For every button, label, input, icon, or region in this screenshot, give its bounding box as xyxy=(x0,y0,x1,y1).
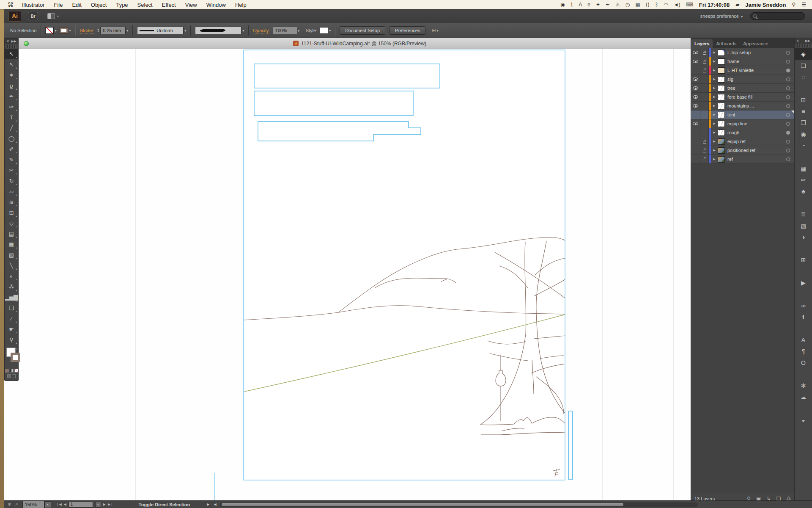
notification-center-icon[interactable]: ☰ xyxy=(801,2,806,8)
visibility-toggle[interactable] xyxy=(691,75,700,83)
layer-row[interactable]: ▶ L-HT viniette xyxy=(691,66,794,75)
layer-name[interactable]: L-HT viniette xyxy=(727,68,786,73)
battery-icon[interactable]: ▰ xyxy=(735,2,739,8)
dock-panel-icon[interactable]: ∞ xyxy=(795,300,812,311)
dock-panel-icon[interactable]: ≣ xyxy=(795,208,812,220)
status-icon[interactable]: e xyxy=(587,2,590,8)
preferences-button[interactable]: Preferences xyxy=(390,26,425,35)
document-setup-button[interactable]: Document Setup xyxy=(340,26,385,35)
menu-item[interactable]: Edit xyxy=(72,2,81,8)
fill-color-swatch[interactable] xyxy=(45,27,54,34)
status-icon[interactable]: ◄) xyxy=(674,2,680,8)
status-icon[interactable]: A xyxy=(579,2,582,8)
expand-arrow-icon[interactable]: ▶ xyxy=(711,157,718,161)
style-swatch[interactable] xyxy=(320,27,328,34)
lock-toggle[interactable] xyxy=(700,128,709,137)
lock-toggle[interactable] xyxy=(700,137,709,146)
search-input[interactable] xyxy=(750,12,805,20)
status-icon[interactable]: ◠ xyxy=(664,2,668,8)
target-circle[interactable] xyxy=(786,131,790,135)
menu-item[interactable]: Object xyxy=(91,2,107,8)
status-icon[interactable]: ◷ xyxy=(625,2,630,8)
expand-arrow-icon[interactable]: ▶ xyxy=(711,122,718,125)
previous-artboard-button[interactable]: ◀ xyxy=(64,502,66,506)
tool-button[interactable]: ∕ xyxy=(5,313,18,324)
lock-toggle[interactable] xyxy=(700,57,709,66)
target-circle[interactable] xyxy=(786,86,790,90)
layer-thumbnail[interactable] xyxy=(718,138,725,145)
tool-button[interactable]: ϱ xyxy=(5,80,18,91)
layer-thumbnail[interactable] xyxy=(718,130,725,136)
visibility-toggle[interactable] xyxy=(691,155,700,163)
tool-button[interactable]: ▂▅▇ xyxy=(5,292,18,303)
dock-panel-icon[interactable]: ≡ xyxy=(795,105,812,117)
tool-button[interactable]: ↖ xyxy=(5,49,18,59)
dock-panel-icon[interactable] xyxy=(795,151,812,163)
dock-panel-icon[interactable]: O xyxy=(795,357,812,368)
dock-panel-icon[interactable]: ℹ xyxy=(795,311,812,323)
target-circle[interactable] xyxy=(786,69,790,72)
dock-panel-icon[interactable]: ♣ xyxy=(795,185,812,197)
target-circle[interactable] xyxy=(786,60,790,64)
layer-row[interactable]: ▶ rough xyxy=(691,128,794,137)
status-icon[interactable]: ✒ xyxy=(606,2,610,8)
layer-row[interactable]: ▶ equip ref xyxy=(691,137,794,146)
layer-row[interactable]: ▶ sig xyxy=(691,75,794,84)
layer-name[interactable]: L-top setup xyxy=(727,50,786,55)
layer-thumbnail[interactable] xyxy=(718,112,725,118)
screen-mode-button[interactable] xyxy=(12,374,16,378)
tool-button[interactable]: ▱ xyxy=(5,186,18,197)
dock-panel-icon[interactable]: ◔ xyxy=(795,140,812,151)
tool-button[interactable]: ╲ xyxy=(5,260,18,271)
dock-header[interactable]: ✕▶▶ xyxy=(795,38,812,44)
layer-name[interactable]: tent xyxy=(727,112,786,117)
status-prev-icon[interactable]: ◀ xyxy=(214,502,216,506)
menu-item[interactable]: Illustrator xyxy=(22,2,44,8)
tool-button[interactable]: ✂ xyxy=(5,165,18,176)
lock-toggle[interactable] xyxy=(700,93,709,101)
menu-item[interactable]: Select xyxy=(137,2,153,8)
expand-arrow-icon[interactable]: ▶ xyxy=(711,95,718,99)
menu-item[interactable]: File xyxy=(54,2,63,8)
tools-panel-header[interactable]: ✕▶▶ xyxy=(5,39,18,44)
lock-toggle[interactable] xyxy=(700,84,709,92)
layer-row[interactable]: ▶ mountains ... xyxy=(691,102,794,110)
tool-button[interactable]: ✶ xyxy=(5,70,18,80)
bridge-button[interactable]: Br xyxy=(28,12,38,20)
spotlight-icon[interactable]: ⚲ xyxy=(792,2,796,8)
variable-width-profile[interactable]: Uniform xyxy=(137,27,184,34)
target-circle[interactable] xyxy=(786,51,790,55)
status-next-icon[interactable]: ▶ xyxy=(207,502,209,506)
expand-arrow-icon[interactable]: ▶ xyxy=(711,51,718,54)
status-icon[interactable]: ⟨⟩ xyxy=(646,2,650,8)
target-circle[interactable] xyxy=(786,104,790,108)
stroke-weight-field[interactable]: 0.25 mm xyxy=(100,27,126,34)
dock-panel-icon[interactable] xyxy=(795,265,812,277)
tool-button[interactable]: ◯ xyxy=(5,133,18,144)
expand-arrow-icon[interactable]: ▶ xyxy=(711,104,718,108)
layer-thumbnail[interactable] xyxy=(718,94,725,100)
layer-row[interactable]: ▶ positioned ref xyxy=(691,146,794,155)
scrollbar-thumb[interactable] xyxy=(222,503,623,506)
dock-panel-icon[interactable] xyxy=(795,83,812,94)
layer-name[interactable]: positioned ref xyxy=(727,148,786,153)
tool-button[interactable]: ◐ xyxy=(5,271,18,282)
lock-toggle[interactable] xyxy=(700,66,709,75)
tool-button[interactable]: ✑ xyxy=(5,102,18,112)
layer-thumbnail[interactable] xyxy=(718,85,725,91)
layer-name[interactable]: fore base fill xyxy=(727,94,786,99)
layer-row[interactable]: ▶ tree xyxy=(691,84,794,93)
dock-panel-icon[interactable] xyxy=(795,197,812,208)
expand-arrow-icon[interactable]: ▶ xyxy=(711,113,718,116)
last-artboard-button[interactable]: ▶❘ xyxy=(108,502,113,506)
menu-item[interactable]: Window xyxy=(206,2,226,8)
layer-name[interactable]: rough xyxy=(727,130,786,135)
target-circle[interactable] xyxy=(786,122,790,126)
layer-row[interactable]: ▶ L-top setup xyxy=(691,48,794,57)
menu-item[interactable]: View xyxy=(185,2,197,8)
dock-panel-icon[interactable]: ⊞ xyxy=(795,254,812,265)
panel-tab[interactable]: Artboards xyxy=(713,39,740,48)
lock-toggle[interactable] xyxy=(700,48,709,57)
opacity-label[interactable]: Opacity: xyxy=(253,28,270,33)
tool-button[interactable]: T xyxy=(5,112,18,123)
